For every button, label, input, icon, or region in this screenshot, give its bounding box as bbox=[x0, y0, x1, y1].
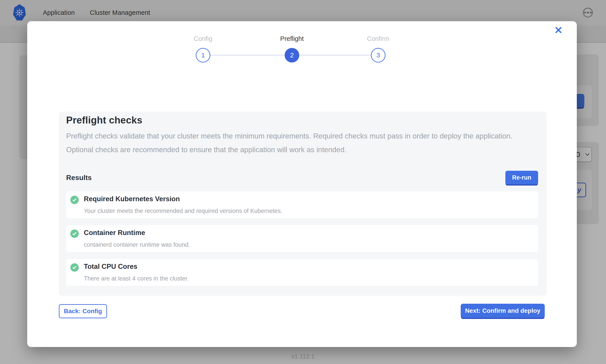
step-connector bbox=[210, 54, 285, 56]
check-detail: containerd container runtime was found. bbox=[84, 241, 190, 248]
panel-title: Preflight checks bbox=[66, 115, 538, 126]
check-title: Required Kubernetes Version bbox=[84, 195, 180, 203]
preflight-check-row: Container Runtime containerd container r… bbox=[66, 225, 538, 252]
check-title: Total CPU Cores bbox=[84, 263, 137, 271]
step-label-confirm: Confirm bbox=[345, 35, 411, 42]
check-detail: Your cluster meets the recommended and r… bbox=[84, 208, 282, 214]
close-icon[interactable] bbox=[553, 25, 564, 35]
back-config-button[interactable]: Back: Config bbox=[59, 304, 107, 318]
results-header-row: Results Re-run bbox=[66, 171, 538, 184]
check-passed-icon bbox=[70, 230, 79, 238]
preflight-check-row: Total CPU Cores There are at least 4 cor… bbox=[66, 259, 538, 286]
screen: Application Cluster Management 0 y v1.11… bbox=[0, 0, 606, 364]
preflight-modal: Config Preflight Confirm 1 2 3 Preflight… bbox=[27, 21, 577, 347]
step-label-preflight: Preflight bbox=[259, 35, 325, 42]
step-circle-2[interactable]: 2 bbox=[285, 48, 299, 63]
step-label-config: Config bbox=[170, 35, 236, 42]
preflight-panel: Preflight checks Preflight checks valida… bbox=[59, 112, 547, 296]
panel-description: Preflight checks validate that your clus… bbox=[66, 129, 528, 156]
check-detail: There are at least 4 cores in the cluste… bbox=[84, 275, 189, 282]
step-circle-3[interactable]: 3 bbox=[371, 48, 386, 63]
next-confirm-deploy-button[interactable]: Next: Confirm and deploy bbox=[461, 304, 545, 318]
preflight-check-row: Required Kubernetes Version Your cluster… bbox=[66, 191, 538, 218]
check-passed-icon bbox=[70, 196, 79, 204]
rerun-button[interactable]: Re-run bbox=[505, 171, 538, 184]
step-connector bbox=[299, 54, 371, 56]
results-label: Results bbox=[66, 174, 92, 182]
check-passed-icon bbox=[70, 263, 79, 272]
step-circle-1[interactable]: 1 bbox=[196, 48, 210, 63]
check-title: Container Runtime bbox=[84, 229, 145, 237]
